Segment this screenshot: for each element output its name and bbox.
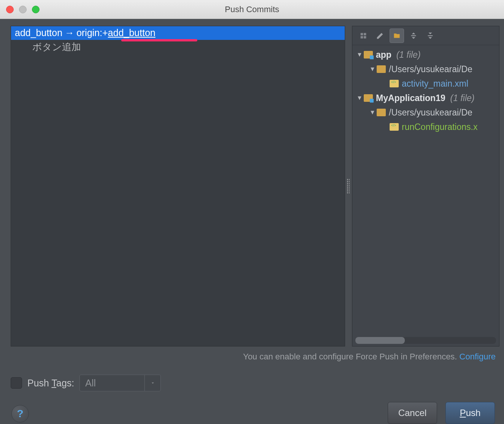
scrollbar-thumb[interactable]: [355, 337, 405, 344]
file-name: activity_main.xml: [402, 79, 468, 89]
show-diff-icon[interactable]: [356, 28, 371, 43]
module-name: MyApplication19: [376, 93, 445, 103]
titlebar: Push Commits: [0, 0, 504, 19]
commits-panel[interactable]: add_button → origin : +add_button ボタン追加: [11, 26, 345, 346]
tree-file-row[interactable]: runConfigurations.x: [352, 120, 499, 134]
push-tags-label: Push Tags:: [27, 378, 74, 389]
remote-name: origin: [76, 27, 100, 38]
push-tags-checkbox[interactable]: [11, 377, 22, 389]
group-by-directory-icon[interactable]: [390, 28, 404, 43]
expand-all-icon[interactable]: [406, 28, 421, 43]
path-label: /Users/yusukearai/De: [389, 108, 472, 118]
branch-push-spec[interactable]: add_button → origin : +add_button: [11, 26, 345, 40]
cancel-button[interactable]: Cancel: [388, 402, 437, 424]
combo-value: All: [80, 378, 144, 389]
module-name: app: [376, 50, 391, 60]
file-count-label: (1 file): [396, 50, 421, 60]
disclosure-triangle-icon[interactable]: ▼: [355, 51, 364, 58]
chevron-down-icon[interactable]: [144, 375, 160, 391]
collapse-all-icon[interactable]: [423, 28, 437, 43]
arrow-icon: →: [65, 27, 74, 38]
module-folder-icon: [364, 51, 373, 59]
main-panels: add_button → origin : +add_button ボタン追加: [11, 26, 499, 346]
remote-branch-name[interactable]: add_button: [108, 27, 155, 38]
file-name: runConfigurations.x: [402, 122, 477, 132]
window-title: Push Commits: [0, 5, 504, 14]
module-folder-icon: [364, 94, 373, 102]
commit-message[interactable]: ボタン追加: [11, 40, 345, 53]
xml-file-icon: [390, 123, 399, 131]
disclosure-triangle-icon[interactable]: ▼: [355, 95, 364, 101]
label-part: ags:: [56, 378, 74, 388]
dialog-content: add_button → origin : +add_button ボタン追加: [0, 19, 504, 424]
files-tree[interactable]: ▼ app (1 file) ▼ /Users/yusukearai/De ac…: [352, 45, 499, 335]
folder-icon: [377, 65, 386, 73]
push-tags-combo[interactable]: All: [79, 375, 161, 391]
mnemonic: T: [51, 378, 56, 388]
label-part: Push: [27, 378, 51, 388]
local-branch-name: add_button: [15, 27, 62, 38]
path-label: /Users/yusukearai/De: [389, 64, 472, 74]
push-tags-row: Push Tags: All: [11, 375, 161, 391]
annotation-underline: [121, 39, 197, 41]
panel-splitter[interactable]: [345, 26, 352, 346]
hint-text: You can enable and configure Force Push …: [243, 352, 459, 361]
xml-file-icon: [390, 80, 399, 87]
disclosure-triangle-icon[interactable]: ▼: [368, 66, 377, 73]
tree-file-row[interactable]: activity_main.xml: [352, 76, 499, 91]
help-button[interactable]: ?: [11, 405, 29, 422]
tree-path-row[interactable]: ▼ /Users/yusukearai/De: [352, 62, 499, 76]
colon: :: [100, 27, 102, 38]
tree-module-row[interactable]: ▼ MyApplication19 (1 file): [352, 91, 499, 105]
tree-module-row[interactable]: ▼ app (1 file): [352, 47, 499, 62]
force-push-hint: You can enable and configure Force Push …: [11, 352, 496, 362]
new-branch-plus-icon: +: [102, 27, 108, 38]
files-toolbar: [352, 26, 499, 45]
edit-source-icon[interactable]: [373, 28, 387, 43]
folder-icon: [377, 109, 386, 116]
configure-link[interactable]: Configure: [460, 352, 496, 361]
horizontal-scrollbar[interactable]: [355, 337, 496, 344]
dialog-buttons: Cancel Push: [388, 402, 495, 424]
mnemonic: P: [460, 408, 466, 418]
tree-path-row[interactable]: ▼ /Users/yusukearai/De: [352, 105, 499, 120]
file-count-label: (1 file): [450, 93, 475, 103]
disclosure-triangle-icon[interactable]: ▼: [368, 109, 377, 116]
changed-files-panel: ▼ app (1 file) ▼ /Users/yusukearai/De ac…: [352, 26, 499, 346]
label-part: ush: [466, 408, 481, 418]
push-button[interactable]: Push: [445, 402, 495, 424]
